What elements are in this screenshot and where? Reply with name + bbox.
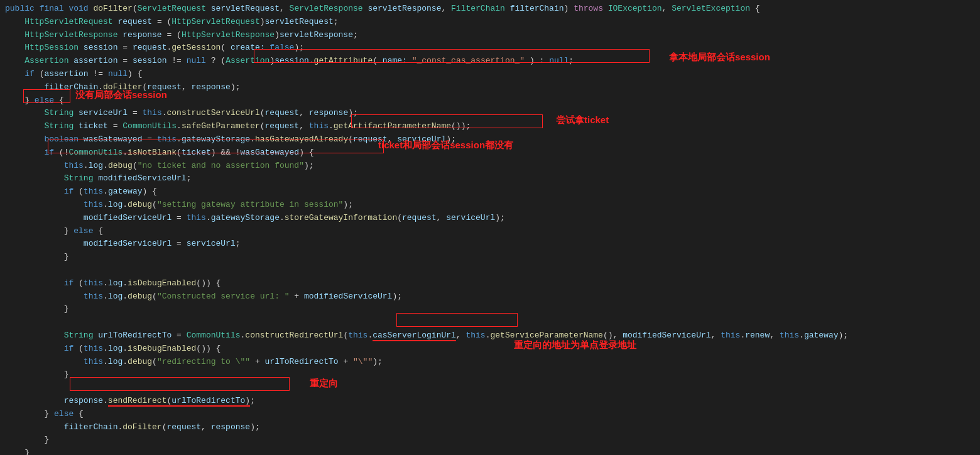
code-line-12: if (!CommonUtils.isNotBlank(ticket) && !… (0, 146, 980, 160)
code-line-23: } (0, 303, 980, 316)
code-line-14: String modifiedServiceUrl; (0, 172, 980, 185)
code-line-18: } else { (0, 225, 980, 238)
code-line-27: } (0, 368, 980, 381)
code-line-11: boolean wasGatewayed = this.gatewayStora… (0, 133, 980, 146)
code-line-5: Assertion assertion = session != null ? … (0, 55, 980, 68)
code-line-3: HttpServletResponse response = (HttpServ… (0, 29, 980, 42)
code-line-30: filterChain.doFilter(request, response); (0, 421, 980, 434)
code-line-blank1 (0, 264, 980, 277)
code-line-10: String ticket = CommonUtils.safeGetParam… (0, 120, 980, 133)
code-line-blank2 (0, 316, 980, 329)
code-line-6: if (assertion != null) { (0, 68, 980, 81)
code-line-1: public final void doFilter(ServletReques… (0, 3, 980, 16)
code-line-19: modifiedServiceUrl = serviceUrl; (0, 238, 980, 251)
code-block: public final void doFilter(ServletReques… (0, 0, 980, 455)
code-line-32: } (0, 447, 980, 455)
code-line-blank3 (0, 381, 980, 395)
code-line-2: HttpServletRequest request = (HttpServle… (0, 16, 980, 29)
code-line-24: String urlToRedirectTo = CommonUtils.con… (0, 329, 980, 343)
code-line-28: response.sendRedirect(urlToRedirectTo); (0, 395, 980, 408)
code-line-29: } else { (0, 408, 980, 421)
code-line-8: } else { (0, 94, 980, 107)
code-line-25: if (this.log.isDebugEnabled()) { (0, 343, 980, 356)
code-line-20: } (0, 251, 980, 264)
code-line-21: if (this.log.isDebugEnabled()) { (0, 277, 980, 290)
code-line-31: } (0, 434, 980, 447)
code-line-4: HttpSession session = request.getSession… (0, 41, 980, 55)
code-line-7: filterChain.doFilter(request, response); (0, 81, 980, 94)
code-line-9: String serviceUrl = this.constructServic… (0, 107, 980, 120)
code-line-15: if (this.gateway) { (0, 185, 980, 199)
code-line-16: this.log.debug("setting gateway attribut… (0, 199, 980, 212)
code-line-17: modifiedServiceUrl = this.gatewayStorage… (0, 212, 980, 225)
code-line-22: this.log.debug("Constructed service url:… (0, 290, 980, 304)
code-line-13: this.log.debug("no ticket and no asserti… (0, 160, 980, 173)
code-line-26: this.log.debug("redirecting to \"" + url… (0, 356, 980, 369)
